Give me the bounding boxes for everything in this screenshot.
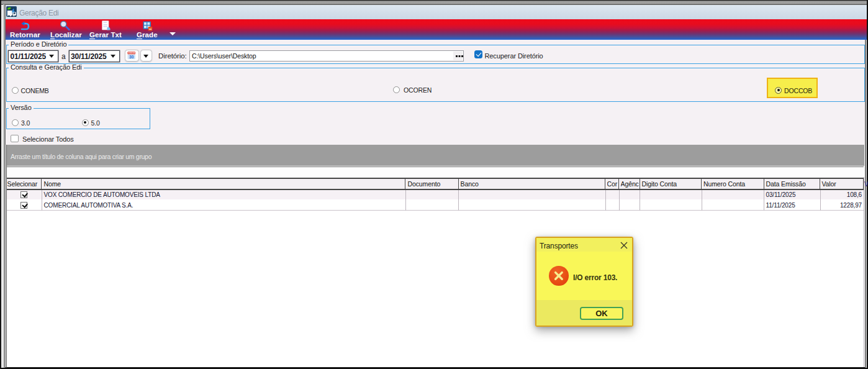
svg-text:30: 30 (129, 55, 134, 59)
